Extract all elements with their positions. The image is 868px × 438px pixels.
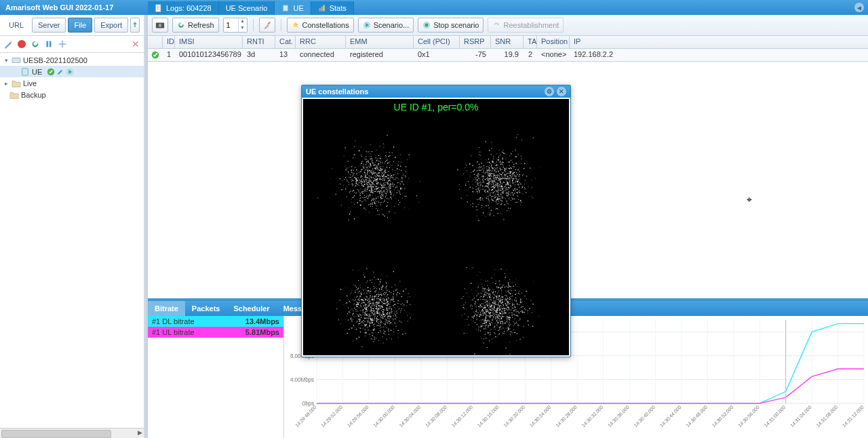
svg-point-2726 <box>390 300 391 301</box>
col-position[interactable]: Position <box>537 36 570 48</box>
svg-point-356 <box>390 174 391 174</box>
col-snr[interactable]: SNR <box>491 36 524 48</box>
svg-point-3124 <box>475 322 476 323</box>
col-rsrp[interactable]: RSRP <box>460 36 491 48</box>
svg-point-1420 <box>491 166 492 167</box>
svg-point-3272 <box>532 304 534 305</box>
tree-node-ue[interactable]: UE <box>0 66 144 77</box>
export-button[interactable]: Export <box>94 18 128 33</box>
col-status[interactable] <box>148 36 163 48</box>
file-button[interactable]: File <box>68 18 92 33</box>
tree-horizontal-scrollbar[interactable]: ▶ <box>0 428 144 438</box>
wand-icon[interactable] <box>3 39 14 49</box>
tab-ue-scenario[interactable]: UE Scenario <box>219 1 275 15</box>
svg-text:14:30:40.000: 14:30:40.000 <box>633 405 656 429</box>
grid-row[interactable]: 1 001010123456789 3d 13 connected regist… <box>148 49 868 61</box>
svg-point-373 <box>399 183 400 184</box>
window-close-icon[interactable]: ✕ <box>557 87 566 96</box>
svg-point-2573 <box>374 329 374 330</box>
spinner-up-icon[interactable]: ▲ <box>239 18 247 25</box>
svg-point-410 <box>404 196 405 197</box>
svg-point-3134 <box>485 330 486 330</box>
svg-point-3671 <box>513 285 514 286</box>
col-rrc[interactable]: RRC <box>296 36 346 48</box>
collapse-header-icon[interactable]: ◄ <box>854 3 864 12</box>
stop-record-icon[interactable] <box>16 39 27 49</box>
svg-point-817 <box>353 165 353 165</box>
svg-point-2961 <box>488 281 488 282</box>
svg-point-1868 <box>505 172 505 172</box>
constellation-window[interactable]: UE constellations ⚙ ✕ UE ID #1, per=0.0% <box>301 85 571 357</box>
upload-icon[interactable] <box>130 18 140 33</box>
svg-point-1876 <box>359 321 360 322</box>
tab-logs[interactable]: Logs: 604228 <box>148 1 219 15</box>
svg-point-845 <box>369 170 370 172</box>
svg-point-2418 <box>388 329 389 330</box>
scroll-right-icon[interactable]: ▶ <box>138 429 142 436</box>
svg-point-2986 <box>484 290 484 291</box>
svg-point-3095 <box>481 314 482 315</box>
close-tree-icon[interactable]: ✕ <box>130 39 141 49</box>
col-emm[interactable]: EMM <box>346 36 414 48</box>
url-button[interactable]: URL <box>3 18 30 33</box>
svg-point-1524 <box>483 200 484 201</box>
legend-row-ul[interactable]: #1 UL bitrate 5.81Mbps <box>148 327 283 338</box>
col-id[interactable]: ID <box>163 36 175 48</box>
col-ta[interactable]: TA <box>524 36 537 48</box>
window-settings-icon[interactable]: ⚙ <box>545 87 554 96</box>
tree-node-live[interactable]: ▸ Live <box>0 77 144 89</box>
tab-ue[interactable]: UE <box>275 1 311 15</box>
svg-point-1099 <box>488 180 488 180</box>
svg-point-3596 <box>468 316 469 317</box>
screenshot-button[interactable] <box>152 18 168 33</box>
col-rnti[interactable]: RNTI <box>243 36 275 48</box>
svg-point-698 <box>392 182 393 183</box>
pause-icon[interactable] <box>43 39 54 49</box>
legend-row-dl[interactable]: #1 DL bitrate 13.4Mbps <box>148 316 283 327</box>
play-icon[interactable] <box>66 68 74 76</box>
tab-stats[interactable]: Stats <box>311 1 354 15</box>
col-ip[interactable]: IP <box>570 36 868 48</box>
svg-point-865 <box>380 204 380 205</box>
svg-point-354 <box>400 165 401 165</box>
svg-point-448 <box>386 172 387 173</box>
tree-node-root[interactable]: ▾ UESB-2021102500 <box>0 54 144 66</box>
tab-packets[interactable]: Packets <box>185 301 227 316</box>
svg-point-1035 <box>481 207 481 207</box>
stop-scenario-button[interactable]: Stop scenario <box>418 18 484 33</box>
col-imsi[interactable]: IMSI <box>175 36 243 48</box>
tree-node-backup[interactable]: Backup <box>0 89 144 100</box>
spinner-down-icon[interactable]: ▼ <box>239 25 247 32</box>
server-button[interactable]: Server <box>32 18 66 33</box>
expand-icon[interactable]: ▾ <box>3 57 9 64</box>
svg-point-2242 <box>371 313 372 313</box>
source-bar: URL Server File Export <box>0 15 144 36</box>
expand-icon[interactable]: ▸ <box>3 80 9 87</box>
col-cell[interactable]: Cell (PCI) <box>414 36 460 48</box>
svg-point-502 <box>391 165 392 165</box>
scrollbar-thumb[interactable] <box>1 430 111 438</box>
svg-point-960 <box>383 174 384 176</box>
window-titlebar[interactable]: UE constellations ⚙ ✕ <box>302 85 570 98</box>
tab-scheduler[interactable]: Scheduler <box>226 301 276 316</box>
scenario-button[interactable]: Scenario... <box>358 18 414 33</box>
svg-point-3328 <box>492 292 493 293</box>
svg-point-2638 <box>380 325 380 326</box>
svg-point-1978 <box>385 302 386 303</box>
svg-point-2370 <box>372 311 374 312</box>
svg-point-3035 <box>498 308 499 309</box>
svg-point-1626 <box>510 193 511 193</box>
edit-icon[interactable] <box>56 68 64 76</box>
col-cat[interactable]: Cat. <box>275 36 296 48</box>
ok-icon[interactable] <box>47 68 55 76</box>
refresh-interval-spinner[interactable]: ▲▼ <box>223 18 248 33</box>
bitrate-legend: #1 DL bitrate 13.4Mbps #1 UL bitrate 5.8… <box>148 316 284 438</box>
clear-button[interactable] <box>259 18 275 33</box>
tab-bitrate[interactable]: Bitrate <box>148 301 185 316</box>
add-icon[interactable] <box>57 39 68 49</box>
svg-point-3209 <box>487 293 488 294</box>
refresh-button[interactable]: Refresh <box>172 18 219 33</box>
svg-point-432 <box>400 166 401 167</box>
refresh-tree-icon[interactable] <box>30 39 41 49</box>
constellations-button[interactable]: Constellations <box>287 18 354 33</box>
